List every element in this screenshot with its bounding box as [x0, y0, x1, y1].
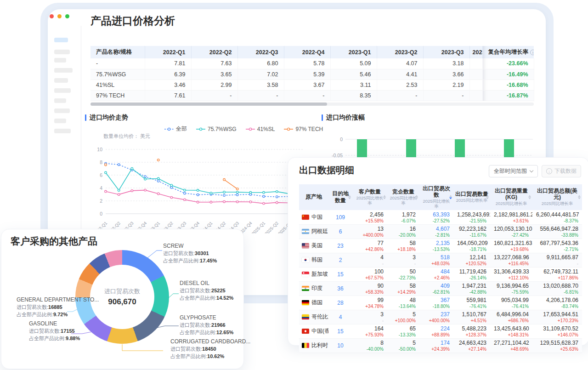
sidebar-item-skeleton[interactable]: [54, 68, 73, 73]
export-col-header[interactable]: 目的地数量: [328, 184, 352, 210]
sidebar-item-skeleton[interactable]: [54, 88, 71, 93]
price-value: 7.63: [191, 58, 237, 69]
horizontal-scrollbar[interactable]: [90, 102, 534, 106]
destination-count-link[interactable]: 15: [328, 324, 352, 338]
export-card: 出口数据明细 全部时间范围 ↓ 下载数据 原产地 目的地数量 客户数量2025同: [288, 157, 588, 346]
metric-cell: 13,425,643.60+148.31%: [490, 324, 532, 338]
export-col-header[interactable]: 出口贸易总额(美元)2025同比增长率: [532, 184, 582, 210]
trade-times-cell[interactable]: 518+48.03%: [419, 253, 453, 267]
export-table-row: 美国23 77+42.86% 58+18.18% 2,135-13.53% 16…: [299, 239, 582, 253]
destination-count-link[interactable]: 28: [328, 296, 352, 310]
sidebar-item-skeleton[interactable]: [54, 129, 71, 133]
price-table-grid: 产品名称/规格2022-Q12022-Q22022-Q32022-Q42023-…: [90, 46, 534, 101]
trade-times-cell[interactable]: 174+24.39%: [419, 338, 453, 353]
price-value: 7.61: [145, 90, 191, 101]
zoom-button[interactable]: [65, 14, 69, 18]
sidebar-item-skeleton[interactable]: [54, 108, 70, 113]
trade-times-cell[interactable]: 2,135-13.53%: [419, 239, 453, 253]
donut-label: GENERAL DEPARTMENT STO... 进口贸易次数:16885 占…: [17, 296, 99, 318]
sort-icon[interactable]: [449, 195, 452, 199]
legend-marker: [246, 127, 255, 131]
close-button[interactable]: [50, 14, 54, 18]
destination-count-link[interactable]: 6: [328, 224, 352, 239]
flag-ar-icon: [302, 229, 309, 234]
export-col-header[interactable]: 出口贸易数量2025同比增长率: [453, 184, 490, 210]
product-name: 97% TECH: [90, 90, 145, 101]
export-col-header[interactable]: 竞企数量2025同比增长率: [387, 184, 419, 210]
time-range-dropdown[interactable]: 全部时间范围: [489, 165, 538, 177]
price-value: -: [191, 90, 237, 101]
cagr-value: -16.87%: [482, 90, 534, 101]
metric-cell: 13,020,688.70-6.81%: [532, 281, 582, 296]
trade-times-cell[interactable]: 484+2.46%: [419, 267, 453, 281]
trade-times-cell[interactable]: 224+88.89%: [419, 324, 453, 338]
export-col-header[interactable]: 客户数量2025同比增长率: [352, 184, 387, 210]
price-value: 3.66: [423, 69, 469, 80]
export-col-header[interactable]: 出口贸易重量(KG)2025同比增长率: [490, 184, 532, 210]
metric-cell: 48-13.64%: [387, 296, 419, 310]
price-value: 5.09: [330, 58, 377, 69]
trade-times-cell[interactable]: 63,393-27.52%: [419, 210, 453, 224]
cagr-value: -16.68%: [482, 80, 534, 90]
trade-times-cell[interactable]: 4,607-2.81%: [419, 224, 453, 239]
metric-cell: 4-: [352, 253, 387, 267]
metric-cell: 9,136,994.65-75.59%: [490, 281, 532, 296]
price-value: 5.39: [284, 69, 330, 80]
metric-cell: 31,109,670.52+146.07%: [532, 324, 582, 338]
sort-icon[interactable]: [348, 195, 351, 199]
price-col-cagr[interactable]: 复合年均增长率i: [482, 46, 534, 58]
metric-cell: 99+34.78%: [352, 296, 387, 310]
sort-icon[interactable]: [383, 195, 386, 199]
metric-cell: 1,510,767+4.51%: [453, 310, 490, 324]
sort-icon[interactable]: [415, 195, 418, 199]
title-accent-bar: [85, 114, 86, 121]
export-card-title: 出口数据明细: [299, 164, 354, 176]
sort-icon[interactable]: [528, 195, 531, 199]
trade-times-cell[interactable]: 409-62.81%: [419, 281, 453, 296]
price-table: 产品名称/规格2022-Q12022-Q22022-Q32022-Q42023-…: [90, 46, 534, 101]
destination-count-link[interactable]: 10: [328, 338, 352, 353]
origin-cell: 哥伦比亚: [299, 310, 328, 324]
hscroll-thumb[interactable]: [90, 102, 327, 106]
metric-cell: 3-: [387, 253, 419, 267]
metric-cell: 2,182,981,861.23+3.61%: [490, 210, 532, 224]
price-value: 6.39: [145, 69, 191, 80]
donut-center: 进口贸易次数 906,670: [90, 265, 154, 329]
sidebar-item-skeleton[interactable]: [54, 58, 66, 63]
legend-item[interactable]: 75.7%WSG: [196, 126, 237, 132]
sidebar-item-skeleton[interactable]: [54, 98, 66, 103]
trend-line-chart: 10864202022-Q12022-Q22022-Q32022-Q42023-…: [90, 138, 305, 233]
legend-item[interactable]: 41%SL: [246, 126, 275, 132]
trade-times-cell[interactable]: 367-18.80%: [419, 296, 453, 310]
svg-text:-0.05: -0.05: [332, 153, 343, 158]
destination-count-link[interactable]: 4: [328, 310, 352, 324]
sidebar-item-skeleton[interactable]: [54, 50, 70, 54]
origin-cell: 中国(香港): [299, 324, 328, 338]
svg-text:6: 6: [100, 172, 102, 178]
destination-count-link[interactable]: 2: [328, 253, 352, 267]
legend-item[interactable]: 97% TECH: [284, 126, 323, 132]
sidebar-item-skeleton[interactable]: [54, 119, 66, 123]
sort-icon[interactable]: [578, 195, 581, 199]
export-col-header[interactable]: 出口贸易次数2025同比增长率: [419, 184, 453, 210]
price-table-row: -7.817.636.805.785.094.073.18-23.66%: [90, 58, 534, 69]
legend-item[interactable]: 全部: [164, 125, 187, 133]
metric-cell: 1,258,243,691-21.55%: [453, 210, 490, 224]
download-data-button[interactable]: ↓ 下载数据: [542, 165, 581, 177]
destination-count-link[interactable]: 36: [328, 281, 352, 296]
minimize-button[interactable]: [57, 14, 62, 18]
destination-count-link[interactable]: 15: [328, 267, 352, 281]
sidebar-item-skeleton[interactable]: [54, 78, 68, 83]
destination-count-link[interactable]: 23: [328, 239, 352, 253]
sidebar-item-active[interactable]: [54, 38, 68, 42]
donut-label: CORRUGATED CARDBOARD... 进口贸易次数:18450 占全部…: [170, 338, 250, 360]
sort-icon[interactable]: [486, 195, 489, 199]
change-bar-chart: 0-0.05: [322, 132, 534, 157]
trade-times-cell[interactable]: 237+400.00%: [419, 310, 453, 324]
trend-chart-title: 进口均价走势: [85, 114, 128, 122]
metric-cell: 58+14.29%: [387, 281, 419, 296]
svg-text:2025-Q2: 2025-Q2: [264, 221, 279, 233]
product-name: 41%SL: [90, 80, 145, 90]
destination-count-link[interactable]: 109: [328, 210, 352, 224]
metric-cell: 12,141+120.52%: [453, 253, 490, 267]
